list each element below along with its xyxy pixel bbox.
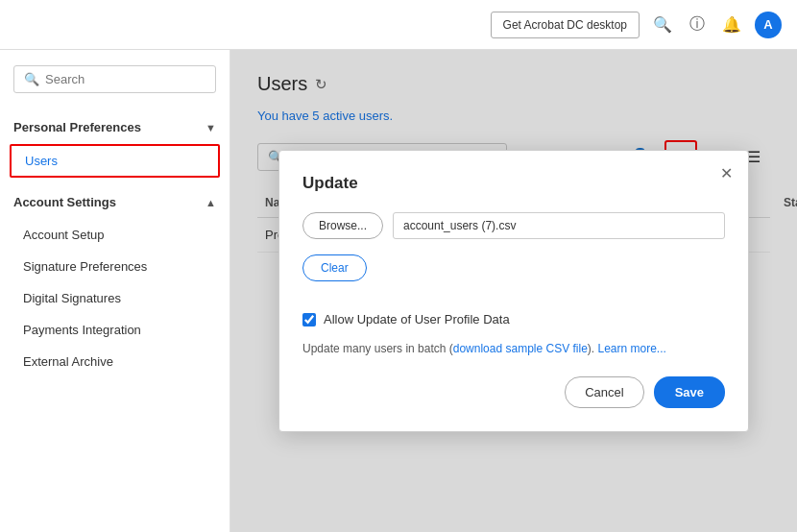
chevron-up-icon: ▲ <box>205 197 216 208</box>
sidebar-item-account-setup[interactable]: Account Setup <box>0 219 229 251</box>
clear-button[interactable]: Clear <box>302 254 367 281</box>
sidebar: 🔍 Personal Preferences ▼ Users Account S… <box>0 50 230 532</box>
avatar[interactable]: A <box>755 12 782 38</box>
sidebar-search-box[interactable]: 🔍 <box>13 65 216 93</box>
sidebar-item-digital-signatures[interactable]: Digital Signatures <box>0 282 229 314</box>
download-csv-link[interactable]: download sample CSV file <box>453 342 588 355</box>
cancel-button[interactable]: Cancel <box>565 376 643 408</box>
personal-preferences-header[interactable]: Personal Preferences ▼ <box>0 110 229 144</box>
sidebar-item-payments-integration[interactable]: Payments Integration <box>0 314 229 346</box>
layout: 🔍 Personal Preferences ▼ Users Account S… <box>0 50 797 532</box>
info-text: Update many users in batch (download sam… <box>302 340 725 357</box>
modal-close-button[interactable]: ✕ <box>720 164 733 182</box>
help-icon[interactable]: ⓘ <box>686 13 709 36</box>
bell-icon[interactable]: 🔔 <box>720 13 743 36</box>
account-settings-header[interactable]: Account Settings ▲ <box>0 185 229 219</box>
learn-more-link[interactable]: Learn more... <box>598 342 666 355</box>
update-modal: Update ✕ Browse... Clear Allow Update of… <box>278 150 749 432</box>
modal-title: Update <box>302 174 725 193</box>
sidebar-item-signature-preferences[interactable]: Signature Preferences <box>0 251 229 282</box>
sidebar-item-external-archive[interactable]: External Archive <box>0 346 229 377</box>
get-acrobat-button[interactable]: Get Acrobat DC desktop <box>491 12 640 38</box>
search-nav-icon[interactable]: 🔍 <box>651 13 674 36</box>
sidebar-item-users[interactable]: Users <box>10 144 220 178</box>
sidebar-search-input[interactable] <box>45 72 205 86</box>
allow-update-checkbox[interactable] <box>302 313 316 326</box>
top-nav: Get Acrobat DC desktop 🔍 ⓘ 🔔 A <box>0 0 797 50</box>
browse-button[interactable]: Browse... <box>302 212 383 239</box>
allow-update-label: Allow Update of User Profile Data <box>324 312 510 326</box>
allow-update-row: Allow Update of User Profile Data <box>302 312 725 326</box>
sidebar-search-icon: 🔍 <box>24 72 39 86</box>
modal-overlay: Update ✕ Browse... Clear Allow Update of… <box>230 50 797 532</box>
main-content: Users ↻ You have 5 active users. 🔍 👤+ ✎ … <box>230 50 797 532</box>
account-settings-label: Account Settings <box>13 195 116 209</box>
file-row: Browse... <box>302 212 725 239</box>
save-button[interactable]: Save <box>654 376 725 408</box>
modal-footer: Cancel Save <box>302 376 725 408</box>
file-input[interactable] <box>393 212 725 239</box>
personal-preferences-label: Personal Preferences <box>13 120 141 134</box>
chevron-down-icon: ▼ <box>205 122 216 133</box>
